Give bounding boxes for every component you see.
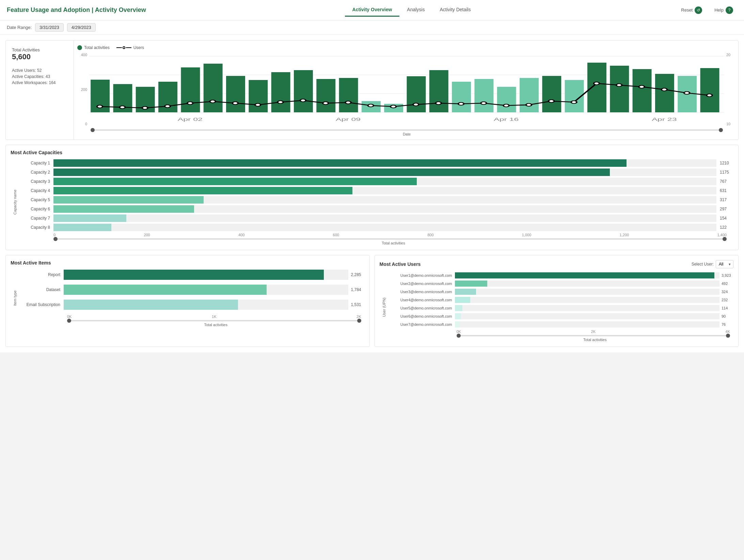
items-x-axis-title: Total activities — [67, 323, 365, 327]
users-title: Most Active Users — [380, 261, 421, 267]
capacity-bar-label: Capacity 4 — [19, 188, 53, 193]
svg-point-48 — [458, 102, 464, 105]
users-slider-left[interactable] — [457, 334, 461, 338]
user-bar-track — [455, 281, 720, 287]
user-bar-fill — [455, 297, 470, 303]
tab-analysis[interactable]: Analysis — [399, 3, 432, 17]
select-user-dropdown[interactable]: All — [716, 260, 733, 268]
svg-point-47 — [436, 102, 441, 105]
svg-rect-31 — [700, 68, 719, 112]
user-bar-label: User2@demo.onmicrosoft.com — [389, 282, 455, 286]
capacity-bar-fill — [53, 214, 126, 222]
capacities-slider-right[interactable] — [723, 237, 727, 241]
capacity-bar-value: 297 — [720, 207, 733, 211]
user-bar-row: User3@demo.onmicrosoft.com 324 — [389, 289, 734, 295]
capacity-bar-row: Capacity 6 297 — [19, 205, 733, 213]
main-content: Total Activities 5,600 Active Users: 52 … — [0, 35, 744, 352]
capacity-bar-fill — [53, 224, 111, 231]
capacities-chart: Capacity 1 1210 Capacity 2 1175 Capacity… — [19, 159, 733, 245]
svg-point-52 — [549, 100, 554, 102]
item-bar-row: Report 2,285 — [19, 270, 365, 280]
capacity-bar-label: Capacity 3 — [19, 179, 53, 184]
users-slider[interactable] — [457, 334, 734, 336]
svg-point-44 — [368, 104, 374, 107]
svg-rect-19 — [429, 70, 448, 112]
user-bar-label: User6@demo.onmicrosoft.com — [389, 314, 455, 318]
capacity-bar-fill — [53, 187, 352, 194]
capacity-bar-label: Capacity 1 — [19, 161, 53, 165]
svg-text:Apr 02: Apr 02 — [178, 117, 203, 122]
svg-rect-13 — [294, 70, 313, 112]
slider-right-thumb[interactable] — [719, 128, 723, 132]
date-end[interactable]: 4/29/2023 — [67, 23, 96, 32]
chart-legend: Total activities Users — [77, 45, 733, 50]
user-bar-value: 232 — [722, 298, 733, 302]
svg-point-53 — [571, 101, 577, 103]
legend-total-activities: Total activities — [77, 45, 110, 50]
capacity-bar-fill — [53, 159, 627, 167]
capacity-bar-fill — [53, 169, 610, 176]
svg-point-37 — [210, 100, 216, 103]
svg-point-49 — [481, 102, 487, 105]
date-start[interactable]: 3/31/2023 — [35, 23, 64, 32]
capacities-bars: Capacity 1 1210 Capacity 2 1175 Capacity… — [19, 159, 733, 231]
users-slider-right[interactable] — [726, 334, 730, 338]
active-users-stat: Active Users: 52 — [12, 68, 67, 73]
legend-line-users — [116, 46, 131, 49]
help-button[interactable]: Help ? — [710, 4, 737, 16]
svg-rect-14 — [316, 79, 335, 112]
reset-icon: ↺ — [695, 6, 702, 14]
item-bar-value: 1,784 — [351, 287, 365, 292]
activity-chart-slider[interactable] — [89, 129, 724, 131]
capacity-bar-value: 767 — [720, 179, 733, 184]
capacity-bar-track — [53, 224, 716, 231]
users-header: Most Active Users Select User: All — [380, 260, 734, 268]
users-x-labels: 0K2K4K — [457, 330, 734, 334]
svg-rect-23 — [520, 78, 539, 112]
tab-activity-details[interactable]: Activity Details — [432, 3, 478, 17]
capacity-bar-row: Capacity 2 1175 — [19, 169, 733, 176]
activity-x-axis-title: Date — [89, 132, 724, 136]
y-axis-left-labels: 400 200 0 — [77, 53, 89, 136]
tab-activity-overview[interactable]: Activity Overview — [345, 3, 400, 17]
items-slider[interactable] — [67, 319, 365, 321]
svg-point-36 — [187, 102, 193, 105]
items-slider-right[interactable] — [357, 319, 361, 323]
capacity-bar-value: 1175 — [720, 170, 733, 175]
svg-point-59 — [707, 94, 712, 97]
svg-point-57 — [662, 88, 667, 91]
svg-rect-24 — [542, 76, 561, 112]
svg-point-45 — [391, 105, 396, 108]
reset-button[interactable]: Reset ↺ — [677, 4, 706, 16]
header-actions: Reset ↺ Help ? — [677, 4, 737, 16]
capacity-bar-row: Capacity 1 1210 — [19, 159, 733, 167]
items-chart-wrapper: Item type Report 2,285 Dataset 1,784 Ema… — [11, 270, 365, 327]
items-slider-left[interactable] — [67, 319, 71, 323]
users-y-axis-label: User (UPN) — [382, 298, 386, 317]
svg-rect-22 — [497, 87, 516, 112]
capacity-bar-track — [53, 205, 716, 213]
capacities-slider[interactable] — [53, 237, 733, 240]
capacities-y-axis-title-area: Capacity name — [11, 159, 19, 245]
capacity-bar-value: 122 — [720, 225, 733, 230]
user-bar-track — [455, 321, 720, 327]
capacities-slider-left[interactable] — [53, 237, 58, 241]
user-bar-fill — [455, 321, 460, 327]
items-chart: Report 2,285 Dataset 1,784 Email Subscri… — [19, 270, 365, 327]
users-select-row: Select User: All — [692, 260, 733, 268]
svg-rect-15 — [339, 78, 358, 112]
svg-rect-27 — [610, 66, 629, 112]
item-bar-row: Email Subscription 1,531 — [19, 300, 365, 310]
item-bar-track — [64, 285, 348, 295]
capacity-bar-value: 631 — [720, 188, 733, 193]
users-chart-wrapper: User (UPN) User1@demo.onmicrosoft.com 3,… — [380, 272, 734, 342]
slider-left-thumb[interactable] — [91, 128, 95, 132]
capacity-bar-row: Capacity 8 122 — [19, 224, 733, 231]
date-range-label: Date Range: — [7, 25, 32, 30]
activity-chart-area: Apr 02 Apr 09 Apr 16 Apr 23 Da — [89, 53, 724, 136]
item-bar-track — [64, 300, 348, 310]
top-section: Total Activities 5,600 Active Users: 52 … — [5, 40, 739, 140]
select-user-wrapper[interactable]: All — [716, 260, 733, 268]
capacity-bar-label: Capacity 7 — [19, 216, 53, 221]
capacity-bar-row: Capacity 4 631 — [19, 187, 733, 194]
